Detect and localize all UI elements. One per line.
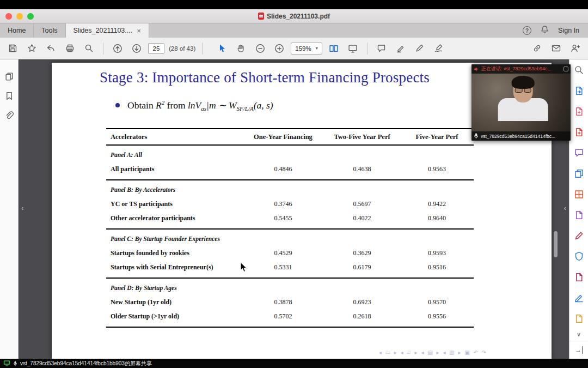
- tool-more-tools-icon[interactable]: [572, 311, 586, 325]
- screen-share-icon: [3, 359, 10, 368]
- tool-fill-sign-icon[interactable]: [572, 228, 586, 243]
- tabbar-right: ? Sign In: [523, 23, 588, 38]
- table-row: Startups founded by rookies 0.4529 0.362…: [106, 246, 474, 260]
- close-window-button[interactable]: [5, 13, 12, 20]
- participant-person: [498, 79, 548, 121]
- screen-share-bar: vst_7829cd53eb94ca15d41414fbcb1bb903的屏幕共…: [0, 359, 588, 368]
- close-tab-icon[interactable]: ×: [137, 27, 141, 35]
- previous-page-icon[interactable]: [110, 41, 125, 56]
- collapse-tools-rail-button[interactable]: →: [569, 341, 588, 354]
- table-row: New Startup (1yr old) 0.3878 0.6923 0.95…: [106, 295, 474, 309]
- tool-search-icon[interactable]: [572, 63, 586, 77]
- find-icon[interactable]: [82, 41, 96, 56]
- screen-share-label: vst_7829cd53eb94ca15d41414fbcb1bb903的屏幕共…: [20, 360, 152, 367]
- share-icon[interactable]: [44, 41, 58, 56]
- notifications-bell-icon[interactable]: [540, 25, 549, 37]
- pdf-file-icon: [258, 13, 264, 20]
- expand-right-panel-icon[interactable]: ‹: [564, 204, 566, 212]
- tool-enhance-scans-icon[interactable]: [572, 208, 586, 222]
- bookmarks-icon[interactable]: [3, 90, 15, 102]
- left-navigation-rail: [0, 59, 19, 359]
- table-header-row: Accelerators One-Year Financing Two-Five…: [106, 129, 474, 146]
- print-icon[interactable]: [63, 41, 77, 56]
- speaking-label: 正在讲话: vst_7829cd53eb94c...: [481, 65, 561, 73]
- person-glasses: [515, 88, 531, 93]
- table-section-b: Panel B: By Accelerators YC or TS partic…: [106, 180, 474, 230]
- video-call-overlay[interactable]: 正在讲话: vst_7829cd53eb94c... vst_7829cd53e…: [471, 64, 571, 141]
- star-icon[interactable]: [24, 41, 39, 56]
- hand-tool-icon[interactable]: [234, 41, 248, 56]
- collapse-right-icon: →: [575, 346, 583, 354]
- tool-measure-icon[interactable]: [572, 291, 586, 305]
- column-header: Accelerators: [106, 133, 242, 141]
- right-tools-rail: ∨ →: [569, 59, 588, 359]
- page-count-label: (28 of 43): [169, 45, 195, 52]
- results-table: Accelerators One-Year Financing Two-Five…: [106, 128, 474, 328]
- next-page-icon[interactable]: [129, 41, 144, 56]
- mic-icon: [474, 131, 479, 141]
- zoom-in-icon[interactable]: [272, 41, 286, 56]
- attachments-icon[interactable]: [3, 110, 15, 122]
- toolbar-separator: [202, 43, 203, 55]
- panel-title: Panel B: By Accelerators: [106, 184, 474, 196]
- minimize-window-button[interactable]: [16, 13, 23, 20]
- share-mic-icon: [13, 359, 17, 368]
- column-header: Five-Year Perf: [400, 133, 474, 141]
- tool-stamp-icon[interactable]: [572, 270, 586, 284]
- zoom-out-icon[interactable]: [253, 41, 267, 56]
- vertical-scrollbar-thumb[interactable]: [554, 231, 558, 257]
- toolbar-separator: [367, 43, 367, 55]
- table-section-c: Panel C: By Startup Founder Experiences …: [106, 230, 474, 279]
- link-icon[interactable]: [530, 41, 544, 56]
- tab-document[interactable]: Slides_20211103.... ×: [66, 23, 149, 38]
- ink-signature-icon[interactable]: [431, 41, 446, 56]
- right-tools-list: [572, 63, 586, 332]
- table-row: Startups with Serial Entrepreneur(s) 0.5…: [106, 260, 474, 274]
- display-mode-icon[interactable]: [346, 41, 360, 56]
- fill-sign-icon[interactable]: [412, 41, 427, 56]
- email-icon[interactable]: [549, 41, 564, 56]
- speaking-indicator-bar: 正在讲话: vst_7829cd53eb94c...: [471, 64, 571, 74]
- more-tools-chevron-icon[interactable]: ∨: [577, 331, 581, 338]
- person-hair: [512, 76, 535, 89]
- table-row: YC or TS participants 0.3746 0.5697 0.94…: [106, 197, 474, 211]
- table-section-d: Panel D: By Startup Ages New Startup (1y…: [106, 279, 474, 327]
- sign-in-button[interactable]: Sign In: [558, 27, 579, 34]
- select-tool-icon[interactable]: [215, 41, 229, 56]
- table-row: All participants 0.4846 0.4638 0.9563: [106, 162, 474, 176]
- zoom-level-select[interactable]: 159% ▾: [291, 43, 322, 55]
- beamer-navigation-icons[interactable]: ◂ ▭ ▸ ◂ ▱ ▸ ◂ ▤ ▸ ◂ ▥ ▸ ▣ ↶ ↷: [379, 349, 487, 355]
- window-titlebar: Slides_20211103.pdf: [0, 9, 588, 23]
- panel-title: Panel D: By Startup Ages: [106, 282, 474, 294]
- comment-icon[interactable]: [374, 41, 389, 56]
- page-number-input[interactable]: [148, 43, 164, 54]
- tool-create-pdf-icon[interactable]: [572, 104, 586, 118]
- tool-edit-pdf-icon[interactable]: [572, 125, 586, 139]
- window-title: Slides_20211103.pdf: [267, 13, 330, 20]
- panel-title: Panel A: All: [106, 149, 474, 161]
- person-head: [513, 79, 533, 102]
- highlight-icon[interactable]: [393, 41, 408, 56]
- panel-title: Panel C: By Startup Founder Experiences: [106, 233, 474, 245]
- zoom-window-button[interactable]: [27, 13, 34, 20]
- page-thumbnails-icon[interactable]: [3, 70, 15, 82]
- add-user-icon[interactable]: [568, 41, 583, 56]
- table-row: Other accelerator participants 0.5455 0.…: [106, 211, 474, 225]
- tool-comment-icon[interactable]: [572, 146, 586, 160]
- table-section-a: Panel A: All All participants 0.4846 0.4…: [106, 146, 474, 180]
- bullet-icon: [115, 103, 120, 107]
- table-row: Older Startup (>1yr old) 0.5702 0.2618 0…: [106, 309, 474, 323]
- collapse-left-panel-icon[interactable]: ‹: [21, 204, 23, 212]
- tab-home[interactable]: Home: [0, 23, 34, 38]
- tool-combine-files-icon[interactable]: [572, 166, 586, 180]
- participant-name-bar: vst_7829cd53eb94ca15d41414fbc...: [471, 131, 571, 141]
- tab-tools[interactable]: Tools: [34, 23, 65, 38]
- main-toolbar: (28 of 43) 159% ▾: [0, 38, 588, 59]
- tool-export-pdf-icon[interactable]: [572, 83, 586, 98]
- tool-protect-icon[interactable]: [572, 249, 586, 263]
- help-button[interactable]: ?: [523, 26, 531, 35]
- tool-organize-pages-icon[interactable]: [572, 187, 586, 201]
- fit-width-icon[interactable]: [327, 41, 341, 56]
- save-icon[interactable]: [5, 41, 20, 56]
- overlay-view-icon[interactable]: [564, 67, 568, 71]
